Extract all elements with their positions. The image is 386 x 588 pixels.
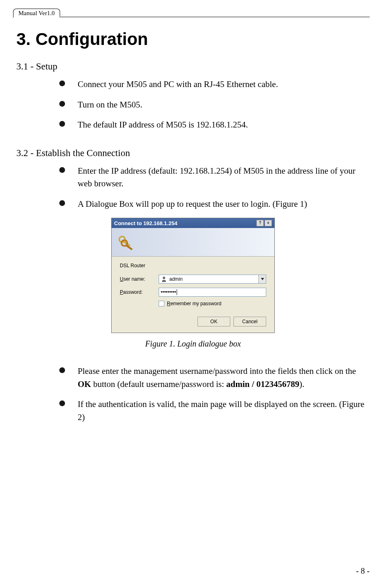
remember-row[interactable]: Remember my password [159,301,266,306]
username-value: admin [169,276,183,282]
dialog-banner [112,228,274,257]
version-label: Manual Ver1.0 [13,9,60,18]
list-item: A Dialogue Box will pop up to request th… [59,198,370,211]
list-item: Connect your M505 and PC with an RJ-45 E… [59,78,370,91]
chevron-down-icon[interactable] [258,275,266,283]
remember-checkbox[interactable] [159,301,164,306]
dialog-title-text: Connect to 192.168.1.254 [114,220,177,226]
figure-caption: Figure 1. Login dialogue box [16,339,370,349]
password-label: Password: [120,289,159,295]
person-icon [161,276,167,282]
server-label: DSL Router [120,263,266,268]
remember-label: Remember my password [167,301,221,306]
ok-button[interactable]: OK [197,317,230,326]
login-dialog: Connect to 192.168.1.254 ? × DSL Router … [111,218,275,333]
username-label: User name: [120,276,159,282]
dialog-body: DSL Router User name: admin Password: ••… [112,257,274,333]
section-setup-heading: 3.1 - Setup [16,61,370,72]
dialog-titlebar: Connect to 192.168.1.254 ? × [112,218,274,228]
bold-text: OK [78,379,91,389]
page-title: 3. Configuration [16,29,370,49]
close-icon[interactable]: × [265,220,272,226]
text-fragment: Please enter the management username/pas… [78,366,356,376]
text-fragment: ). [299,379,304,389]
section-establish-heading: 3.2 - Establish the Connection [16,148,370,159]
figure-1: Connect to 192.168.1.254 ? × DSL Router … [16,218,370,349]
password-row: Password: ••••••••• [120,288,266,297]
setup-list: Connect your M505 and PC with an RJ-45 E… [16,78,370,132]
dialog-button-row: OK Cancel [120,317,266,326]
establish-list-bottom: Please enter the management username/pas… [16,365,370,424]
username-field[interactable]: admin [159,275,266,284]
password-value: ••••••••• [161,289,176,295]
list-item: Please enter the management username/pas… [59,365,370,391]
establish-list-top: Enter the IP address (default: 192.168.1… [16,165,370,211]
help-icon[interactable]: ? [256,220,264,226]
page-number: - 8 - [356,566,370,576]
header-tab-wrapper: Manual Ver1.0 [16,8,370,17]
list-item: Enter the IP address (default: 192.168.1… [59,165,370,190]
password-field[interactable]: ••••••••• [159,288,266,297]
titlebar-buttons: ? × [256,220,272,226]
list-item: The default IP address of M505 is 192.16… [59,118,370,132]
username-row: User name: admin [120,275,266,284]
keys-icon [118,234,136,250]
list-item: If the authentication is valid, the main… [59,398,370,424]
header-divider [61,17,370,17]
list-item: Turn on the M505. [59,98,370,112]
svg-point-4 [163,277,165,279]
bold-text: admin / 0123456789 [226,379,299,389]
cancel-button[interactable]: Cancel [233,317,266,326]
text-fragment: button (default username/password is: [91,379,227,389]
